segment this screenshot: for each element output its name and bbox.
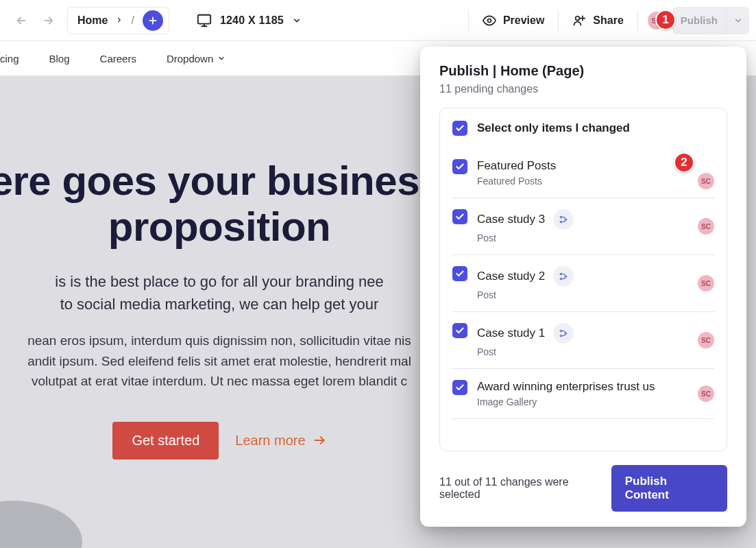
change-item-type: Featured Posts — [477, 176, 714, 187]
share-label: Share — [593, 14, 623, 27]
add-page-button[interactable] — [143, 10, 163, 31]
checkbox-checked[interactable] — [452, 323, 467, 338]
panel-footer: 11 out of 11 changes were selected Publi… — [439, 451, 738, 512]
check-icon — [455, 123, 465, 133]
nav-item[interactable]: Blog — [49, 53, 70, 64]
share-button[interactable]: Share — [568, 10, 627, 32]
select-all-row[interactable]: Select only items I changed — [452, 121, 714, 140]
publish-content-button[interactable]: Publish Content — [611, 465, 727, 512]
change-author-avatar: SC — [698, 218, 714, 235]
decorative-blob — [0, 501, 82, 548]
viewport-dimensions: 1240 X 1185 — [220, 14, 284, 27]
arrow-right-icon — [42, 14, 55, 27]
change-item-title: Case study 2 — [477, 266, 714, 287]
get-started-button[interactable]: Get started — [112, 422, 219, 460]
annotation-badge-1: 1 — [655, 10, 676, 30]
chevron-down-icon — [292, 16, 302, 25]
arrow-right-icon — [313, 433, 326, 447]
share-icon — [572, 14, 586, 27]
chevron-down-icon — [733, 16, 743, 25]
change-author-avatar: SC — [698, 332, 714, 348]
preview-button[interactable]: Preview — [478, 10, 548, 32]
separator — [468, 10, 469, 31]
forward-button[interactable] — [37, 9, 60, 32]
selection-count: 11 out of 11 changes were selected — [439, 476, 611, 501]
nav-item[interactable]: cing — [0, 53, 19, 64]
select-all-label: Select only items I changed — [477, 121, 630, 135]
reference-icon — [553, 266, 574, 287]
toolbar-right: Preview Share SC Publish — [459, 7, 749, 34]
desktop-icon — [197, 13, 212, 28]
panel-title: Publish | Home (Page) — [439, 63, 738, 79]
reference-icon — [553, 209, 574, 230]
change-item-type: Post — [477, 289, 714, 300]
publish-panel: Publish | Home (Page) 11 pending changes… — [420, 47, 746, 527]
viewport-selector[interactable]: 1240 X 1185 — [197, 13, 302, 28]
change-author-avatar: SC — [698, 173, 714, 189]
checkbox-checked[interactable] — [452, 380, 467, 395]
eye-icon — [483, 14, 496, 27]
check-icon — [455, 269, 465, 278]
nav-history — [10, 9, 60, 32]
breadcrumb[interactable]: Home / — [67, 7, 169, 34]
preview-label: Preview — [503, 14, 544, 27]
change-item-type: Post — [477, 233, 714, 243]
change-item-body: Award winning enterprises trust usImage … — [477, 380, 714, 407]
change-item-title: Case study 1 — [477, 323, 714, 344]
check-icon — [455, 162, 465, 171]
reference-icon — [553, 323, 574, 344]
change-item-type: Image Gallery — [477, 396, 714, 407]
change-item[interactable]: Featured PostsFeatured PostsSC — [452, 145, 714, 198]
plus-icon — [148, 16, 158, 25]
nav-item[interactable]: Careers — [100, 53, 136, 64]
change-item-body: Case study 2Post — [477, 266, 714, 300]
chevron-down-icon — [217, 54, 225, 62]
breadcrumb-page: Home — [77, 14, 108, 27]
chevron-right-icon — [116, 14, 123, 27]
change-item-title: Award winning enterprises trust us — [477, 380, 714, 394]
change-item-body: Case study 1Post — [477, 323, 714, 357]
checkbox-checked[interactable] — [452, 159, 467, 174]
separator — [558, 10, 559, 31]
publish-label: Publish — [672, 14, 726, 26]
publish-caret[interactable] — [726, 7, 749, 34]
separator — [637, 10, 638, 31]
change-item[interactable]: Case study 3PostSC — [452, 198, 714, 255]
check-icon — [455, 383, 465, 392]
top-toolbar: Home / 1240 X 1185 Preview Share SC Publ… — [0, 0, 756, 41]
check-icon — [455, 212, 465, 222]
change-author-avatar: SC — [698, 275, 714, 291]
change-item-title: Case study 3 — [477, 209, 714, 230]
checkbox-checked[interactable] — [452, 209, 467, 224]
change-item[interactable]: Case study 2PostSC — [452, 255, 714, 312]
arrow-left-icon — [15, 14, 27, 27]
change-item-body: Case study 3Post — [477, 209, 714, 243]
annotation-badge-2: 2 — [674, 152, 694, 173]
checkbox-checked[interactable] — [452, 266, 467, 281]
svg-rect-4 — [198, 14, 210, 23]
change-item[interactable]: Award winning enterprises trust usImage … — [452, 369, 714, 419]
change-author-avatar: SC — [698, 385, 714, 402]
checkbox-checked[interactable] — [452, 121, 467, 136]
check-icon — [455, 326, 465, 335]
back-button[interactable] — [10, 9, 33, 32]
svg-point-8 — [576, 16, 580, 20]
change-item-type: Post — [477, 346, 714, 357]
breadcrumb-separator: / — [131, 14, 134, 27]
publish-dropdown[interactable]: Publish — [672, 7, 749, 34]
svg-point-7 — [487, 19, 491, 22]
panel-subtitle: 11 pending changes — [439, 83, 738, 95]
change-item[interactable]: Case study 1PostSC — [452, 312, 714, 369]
nav-item-dropdown[interactable]: Dropdown — [167, 53, 225, 64]
learn-more-link[interactable]: Learn more — [235, 433, 326, 449]
